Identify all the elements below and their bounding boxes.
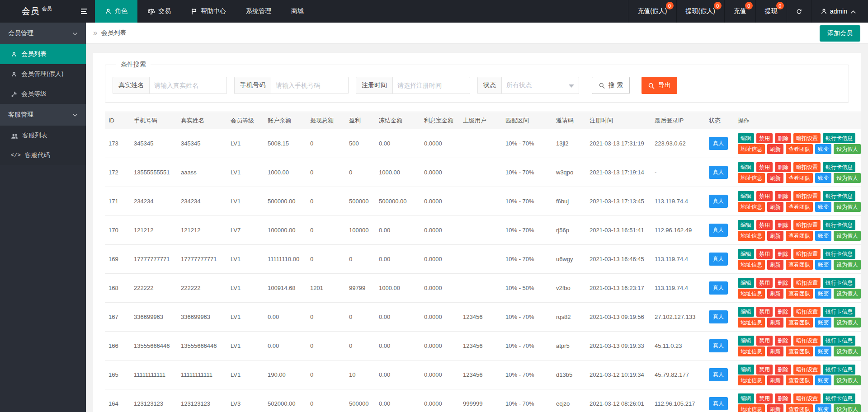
sidebar-item-member-level[interactable]: 会员等级	[0, 84, 86, 104]
bank-card-info-button[interactable]: 银行卡信息	[823, 249, 855, 259]
refresh-user-button[interactable]: 刷新	[767, 289, 783, 299]
account-change-button[interactable]: 账变	[815, 202, 831, 212]
delete-button[interactable]: 删除	[775, 133, 791, 143]
account-change-button[interactable]: 账变	[815, 289, 831, 299]
tab-mall[interactable]: 商城	[281, 0, 314, 23]
set-as-fake-button[interactable]: 设为假人	[834, 144, 861, 154]
address-info-button[interactable]: 地址信息	[738, 260, 765, 270]
status-select[interactable]: 所有状态	[501, 77, 579, 94]
tab-system-management[interactable]: 系统管理	[236, 0, 281, 23]
tab-transactions[interactable]: 交易	[137, 0, 181, 23]
bank-card-info-button[interactable]: 银行卡信息	[823, 220, 855, 230]
status-real-button[interactable]: 真人	[709, 253, 728, 266]
disable-button[interactable]: 禁用	[756, 191, 773, 201]
delete-button[interactable]: 删除	[775, 191, 791, 201]
sidebar-group-member-management[interactable]: 会员管理	[0, 23, 86, 44]
status-real-button[interactable]: 真人	[709, 339, 728, 352]
status-real-button[interactable]: 真人	[709, 368, 728, 381]
bank-card-info-button[interactable]: 银行卡信息	[823, 191, 855, 201]
status-real-button[interactable]: 真人	[709, 224, 728, 237]
hidden-deduction-settings-button[interactable]: 暗扣设置	[793, 249, 821, 259]
status-real-button[interactable]: 真人	[709, 137, 728, 150]
withdraw-fake-notice[interactable]: 提现(假人) 0	[676, 0, 724, 23]
set-as-fake-button[interactable]: 设为假人	[834, 346, 861, 356]
edit-button[interactable]: 编辑	[738, 162, 754, 172]
view-team-button[interactable]: 查看团队	[786, 173, 813, 183]
view-team-button[interactable]: 查看团队	[786, 375, 813, 385]
hidden-deduction-settings-button[interactable]: 暗扣设置	[793, 191, 821, 201]
bank-card-info-button[interactable]: 银行卡信息	[823, 365, 855, 375]
account-change-button[interactable]: 账变	[815, 375, 831, 385]
recharge-notice[interactable]: 充值 0	[724, 0, 755, 23]
phone-input[interactable]	[271, 77, 349, 94]
refresh-user-button[interactable]: 刷新	[767, 144, 783, 154]
sidebar-item-customer-service-list[interactable]: 客服列表	[0, 126, 86, 145]
sidebar-item-member-management-fake[interactable]: 会员管理(假人)	[0, 64, 86, 84]
address-info-button[interactable]: 地址信息	[738, 144, 765, 154]
set-as-fake-button[interactable]: 设为假人	[834, 260, 861, 270]
disable-button[interactable]: 禁用	[756, 307, 773, 317]
search-button[interactable]: 搜 索	[592, 77, 630, 94]
refresh-icon[interactable]	[787, 0, 811, 23]
delete-button[interactable]: 删除	[775, 336, 791, 346]
set-as-fake-button[interactable]: 设为假人	[834, 202, 861, 212]
refresh-user-button[interactable]: 刷新	[767, 404, 783, 412]
address-info-button[interactable]: 地址信息	[738, 231, 765, 241]
hamburger-menu-icon[interactable]	[73, 0, 95, 23]
refresh-user-button[interactable]: 刷新	[767, 202, 783, 212]
edit-button[interactable]: 编辑	[738, 336, 754, 346]
hidden-deduction-settings-button[interactable]: 暗扣设置	[793, 393, 821, 403]
disable-button[interactable]: 禁用	[756, 220, 773, 230]
refresh-user-button[interactable]: 刷新	[767, 318, 783, 328]
tab-roles[interactable]: 角色	[95, 0, 137, 23]
delete-button[interactable]: 删除	[775, 307, 791, 317]
view-team-button[interactable]: 查看团队	[786, 318, 813, 328]
edit-button[interactable]: 编辑	[738, 133, 754, 143]
view-team-button[interactable]: 查看团队	[786, 144, 813, 154]
status-real-button[interactable]: 真人	[709, 310, 728, 323]
view-team-button[interactable]: 查看团队	[786, 260, 813, 270]
edit-button[interactable]: 编辑	[738, 365, 754, 375]
address-info-button[interactable]: 地址信息	[738, 375, 765, 385]
edit-button[interactable]: 编辑	[738, 249, 754, 259]
set-as-fake-button[interactable]: 设为假人	[834, 289, 861, 299]
address-info-button[interactable]: 地址信息	[738, 173, 765, 183]
set-as-fake-button[interactable]: 设为假人	[834, 375, 861, 385]
disable-button[interactable]: 禁用	[756, 365, 773, 375]
hidden-deduction-settings-button[interactable]: 暗扣设置	[793, 336, 821, 346]
add-member-button[interactable]: 添加会员	[820, 25, 860, 42]
bank-card-info-button[interactable]: 银行卡信息	[823, 278, 855, 288]
address-info-button[interactable]: 地址信息	[738, 404, 765, 412]
bank-card-info-button[interactable]: 银行卡信息	[823, 307, 855, 317]
disable-button[interactable]: 禁用	[756, 162, 773, 172]
status-real-button[interactable]: 真人	[709, 281, 728, 295]
account-change-button[interactable]: 账变	[815, 260, 831, 270]
disable-button[interactable]: 禁用	[756, 336, 773, 346]
address-info-button[interactable]: 地址信息	[738, 346, 765, 356]
bank-card-info-button[interactable]: 银行卡信息	[823, 133, 855, 143]
refresh-user-button[interactable]: 刷新	[767, 260, 783, 270]
user-menu[interactable]: admin	[811, 0, 868, 23]
hidden-deduction-settings-button[interactable]: 暗扣设置	[793, 365, 821, 375]
address-info-button[interactable]: 地址信息	[738, 289, 765, 299]
hidden-deduction-settings-button[interactable]: 暗扣设置	[793, 162, 821, 172]
register-time-input[interactable]	[392, 77, 470, 94]
hidden-deduction-settings-button[interactable]: 暗扣设置	[793, 220, 821, 230]
edit-button[interactable]: 编辑	[738, 278, 754, 288]
account-change-button[interactable]: 账变	[815, 404, 831, 412]
refresh-user-button[interactable]: 刷新	[767, 173, 783, 183]
withdraw-notice[interactable]: 提现 0	[755, 0, 787, 23]
account-change-button[interactable]: 账变	[815, 144, 831, 154]
edit-button[interactable]: 编辑	[738, 393, 754, 403]
view-team-button[interactable]: 查看团队	[786, 346, 813, 356]
edit-button[interactable]: 编辑	[738, 191, 754, 201]
address-info-button[interactable]: 地址信息	[738, 318, 765, 328]
edit-button[interactable]: 编辑	[738, 220, 754, 230]
status-real-button[interactable]: 真人	[709, 397, 728, 410]
delete-button[interactable]: 删除	[775, 365, 791, 375]
sidebar-group-customer-service[interactable]: 客服管理	[0, 104, 86, 126]
hidden-deduction-settings-button[interactable]: 暗扣设置	[793, 278, 821, 288]
set-as-fake-button[interactable]: 设为假人	[834, 404, 861, 412]
account-change-button[interactable]: 账变	[815, 231, 831, 241]
hidden-deduction-settings-button[interactable]: 暗扣设置	[793, 307, 821, 317]
